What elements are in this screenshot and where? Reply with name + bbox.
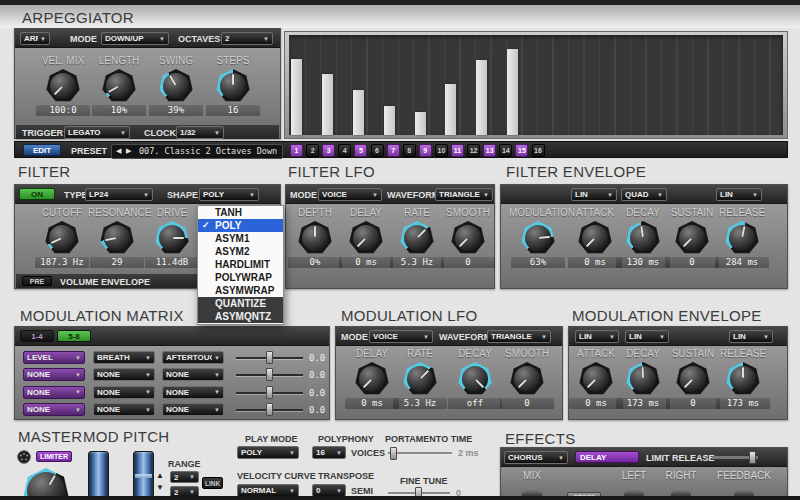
matrix-source-dropdown[interactable]: LEVEL bbox=[23, 351, 85, 364]
matrix-via-dropdown[interactable]: NONE bbox=[93, 403, 155, 416]
matrix-amount-slider-handle[interactable] bbox=[266, 386, 273, 399]
pre-button[interactable]: PRE bbox=[22, 276, 52, 286]
filter-env-release-curve-dropdown[interactable]: LIN bbox=[716, 188, 762, 201]
mod_lfo-knob-0[interactable] bbox=[355, 362, 389, 396]
menu-item-poly[interactable]: ✓POLY bbox=[198, 219, 283, 232]
menu-item-polywrap[interactable]: POLYWRAP bbox=[198, 271, 283, 284]
matrix-amount-slider-handle[interactable] bbox=[266, 368, 273, 381]
matrix-via-dropdown[interactable]: NONE bbox=[93, 386, 155, 399]
preset-next-icon[interactable]: ▶ bbox=[126, 147, 131, 155]
filter_envelope-knob-1[interactable] bbox=[578, 221, 612, 255]
step-button-8[interactable]: 8 bbox=[403, 144, 416, 157]
filter-knob-0[interactable] bbox=[45, 221, 79, 255]
range-up-spinner-icon[interactable]: ▲ bbox=[156, 471, 164, 480]
mod-wheel[interactable] bbox=[88, 451, 109, 500]
mod-env-release-curve-dropdown[interactable]: LIN bbox=[729, 330, 773, 343]
range-down-spinner-icon[interactable]: ▼ bbox=[156, 483, 164, 492]
arpeggiator-knob-0[interactable] bbox=[46, 69, 80, 103]
trigger-dropdown[interactable]: LEGATO bbox=[64, 126, 130, 139]
limit-release-slider-handle[interactable] bbox=[749, 451, 756, 464]
mod_lfo-knob-1[interactable] bbox=[403, 362, 437, 396]
velocity-bar-step-3[interactable] bbox=[322, 74, 333, 135]
step-button-9[interactable]: 9 bbox=[419, 144, 432, 157]
step-button-1[interactable]: 1 bbox=[290, 144, 303, 157]
play-mode-dropdown[interactable]: POLY bbox=[237, 446, 299, 459]
matrix-tab-5-8[interactable]: 5-8 bbox=[57, 330, 91, 342]
step-button-4[interactable]: 4 bbox=[338, 144, 351, 157]
velocity-bar-step-11[interactable] bbox=[445, 84, 456, 135]
matrix-source-dropdown[interactable]: NONE bbox=[23, 386, 85, 399]
velocity-bar-step-1[interactable] bbox=[291, 59, 302, 135]
clock-dropdown[interactable]: 1/32 bbox=[176, 126, 224, 139]
filter-env-attack-curve-dropdown[interactable]: LIN bbox=[571, 188, 617, 201]
arp-mode-dropdown[interactable]: DOWN/UP bbox=[101, 32, 169, 45]
mod_envelope-knob-0[interactable] bbox=[579, 362, 613, 396]
matrix-dest-dropdown[interactable]: NONE bbox=[162, 403, 224, 416]
velocity-bar-step-15[interactable] bbox=[507, 49, 518, 135]
filter_envelope-knob-4[interactable] bbox=[725, 221, 759, 255]
arpeggiator-knob-3[interactable] bbox=[216, 69, 250, 103]
filter_lfo-knob-0[interactable] bbox=[298, 221, 332, 255]
mod-env-decay-curve-dropdown[interactable]: LIN bbox=[625, 330, 669, 343]
preset-prev-icon[interactable]: ◀ bbox=[116, 147, 121, 155]
matrix-tab-1-4[interactable]: 1-4 bbox=[20, 330, 54, 342]
arp-selector[interactable]: ARP bbox=[20, 32, 50, 45]
portamento-slider-handle[interactable] bbox=[390, 447, 397, 460]
edit-button[interactable]: EDIT bbox=[23, 144, 61, 156]
effects-tab-delay[interactable]: DELAY bbox=[575, 451, 639, 463]
link-button[interactable]: LINK bbox=[202, 477, 223, 489]
velocity-bar-step-9[interactable] bbox=[415, 112, 426, 135]
step-sequencer-grid[interactable] bbox=[289, 35, 783, 135]
filter-lfo-mode-dropdown[interactable]: VOICE bbox=[318, 188, 382, 201]
step-button-12[interactable]: 12 bbox=[467, 144, 480, 157]
step-button-15[interactable]: 15 bbox=[515, 144, 528, 157]
menu-item-asymqntz[interactable]: ASYMQNTZ bbox=[198, 310, 283, 323]
filter_envelope-knob-3[interactable] bbox=[675, 221, 709, 255]
arpeggiator-knob-2[interactable] bbox=[159, 69, 193, 103]
filter_lfo-knob-1[interactable] bbox=[349, 221, 383, 255]
mod_lfo-knob-3[interactable] bbox=[510, 362, 544, 396]
matrix-dest-dropdown[interactable]: AFTERTOUCH bbox=[162, 351, 224, 364]
mod_envelope-knob-3[interactable] bbox=[726, 362, 760, 396]
step-button-2[interactable]: 2 bbox=[306, 144, 319, 157]
filter_lfo-knob-3[interactable] bbox=[451, 221, 485, 255]
mod-env-attack-curve-dropdown[interactable]: LIN bbox=[575, 330, 619, 343]
step-button-5[interactable]: 5 bbox=[354, 144, 367, 157]
preset-field[interactable]: ◀ ▶ 007. Classic 2 Octaves Down bbox=[111, 144, 283, 159]
matrix-dest-dropdown[interactable]: NONE bbox=[162, 386, 224, 399]
step-button-6[interactable]: 6 bbox=[371, 144, 384, 157]
filter-type-dropdown[interactable]: LP24 bbox=[85, 188, 153, 201]
polyphony-dropdown[interactable]: 16 bbox=[312, 446, 346, 459]
filter-knob-1[interactable] bbox=[100, 221, 134, 255]
step-button-3[interactable]: 3 bbox=[322, 144, 335, 157]
velocity-bar-step-7[interactable] bbox=[384, 106, 395, 135]
menu-item-hardlimit[interactable]: HARDLIMIT bbox=[198, 258, 283, 271]
matrix-via-dropdown[interactable]: NONE bbox=[93, 368, 155, 381]
pitch-range-up-dropdown[interactable]: 2 bbox=[170, 471, 199, 483]
menu-item-asymwrap[interactable]: ASYMWRAP bbox=[198, 284, 283, 297]
matrix-source-dropdown[interactable]: NONE bbox=[23, 368, 85, 381]
filter-lfo-waveform-dropdown[interactable]: TRIANGLE bbox=[435, 188, 493, 201]
filter_envelope-knob-2[interactable] bbox=[626, 221, 660, 255]
step-button-10[interactable]: 10 bbox=[435, 144, 448, 157]
matrix-amount-slider-handle[interactable] bbox=[266, 403, 273, 416]
filter-knob-2[interactable] bbox=[155, 221, 189, 255]
arpeggiator-knob-1[interactable] bbox=[102, 69, 136, 103]
step-button-11[interactable]: 11 bbox=[451, 144, 464, 157]
mod_lfo-knob-2[interactable] bbox=[458, 362, 492, 396]
mod-lfo-mode-dropdown[interactable]: VOICE bbox=[369, 330, 433, 343]
filter_envelope-knob-0[interactable] bbox=[521, 221, 555, 255]
mod_envelope-knob-1[interactable] bbox=[626, 362, 660, 396]
matrix-amount-slider-handle[interactable] bbox=[266, 351, 273, 364]
filter-shape-dropdown[interactable]: POLY bbox=[199, 188, 259, 201]
velocity-bar-step-13[interactable] bbox=[476, 60, 487, 135]
step-button-14[interactable]: 14 bbox=[499, 144, 512, 157]
matrix-via-dropdown[interactable]: BREATH bbox=[93, 351, 155, 364]
filter_lfo-knob-2[interactable] bbox=[400, 221, 434, 255]
menu-item-tanh[interactable]: TANH bbox=[198, 206, 283, 219]
effects-tab-chorus[interactable]: CHORUS bbox=[504, 451, 568, 464]
arp-octaves-dropdown[interactable]: 2 bbox=[221, 32, 273, 45]
velocity-bar-step-5[interactable] bbox=[353, 90, 364, 135]
step-button-16[interactable]: 16 bbox=[532, 144, 545, 157]
menu-item-asym1[interactable]: ASYM1 bbox=[198, 232, 283, 245]
